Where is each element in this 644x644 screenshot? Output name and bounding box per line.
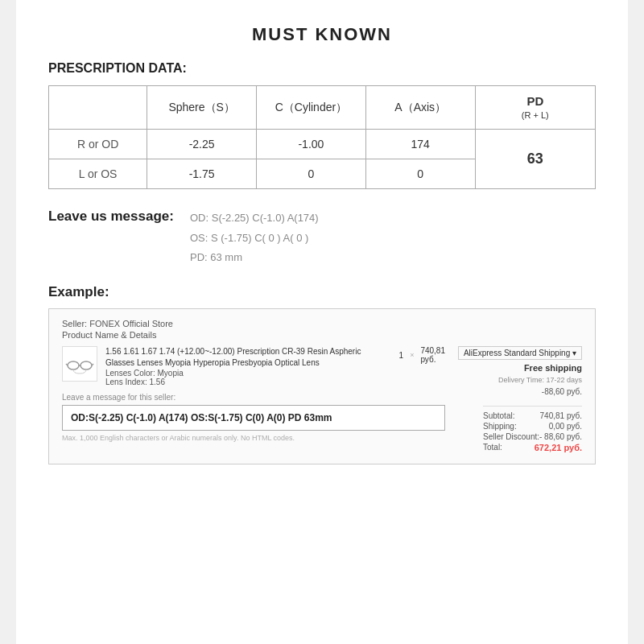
qty: 1 bbox=[399, 351, 404, 360]
message-label: Leave us message: bbox=[48, 208, 177, 225]
row-od-axis: 174 bbox=[365, 130, 475, 159]
pd-header: PD bbox=[526, 94, 543, 108]
seller-discount-right: -88,60 руб. bbox=[542, 387, 582, 396]
example-main-row: 1.56 1.61 1.67 1.74 (+12.00~-12.00) Pres… bbox=[62, 346, 582, 454]
product-desc: 1.56 1.61 1.67 1.74 (+12.00~-12.00) Pres… bbox=[105, 346, 391, 369]
seller-discount-label: Seller Discount: bbox=[483, 432, 539, 441]
shipping-label: Shipping: bbox=[483, 422, 517, 431]
table-header-row: Sphere（S） C（Cylinder） A（Axis） PD (R + L) bbox=[49, 86, 596, 130]
product-label: Product Name & Details bbox=[62, 330, 582, 340]
free-shipping: Free shipping bbox=[524, 363, 582, 373]
total-value: 672,21 руб. bbox=[535, 443, 582, 452]
row-od-cylinder: -1.00 bbox=[257, 130, 366, 159]
lenses-color-value: Myopia bbox=[157, 369, 183, 378]
row-os-sphere: -1.75 bbox=[147, 159, 257, 189]
seller-discount-value: - 88,60 руб. bbox=[539, 432, 582, 441]
col-label bbox=[49, 86, 147, 130]
shipping-row: Shipping: 0,00 руб. bbox=[483, 422, 582, 431]
row-os-label: L or OS bbox=[49, 159, 147, 189]
lenses-color: Lenses Color: Myopia bbox=[105, 369, 391, 378]
subtotal-row: Subtotal: 740,81 руб. bbox=[483, 411, 582, 420]
example-section: Example: Seller: FONEX Official Store Pr… bbox=[48, 284, 596, 464]
message-line-2: OS: S (-1.75) C( 0 ) A( 0 ) bbox=[190, 229, 319, 249]
subtotal-label: Subtotal: bbox=[483, 411, 514, 420]
example-box: Seller: FONEX Official Store Product Nam… bbox=[48, 308, 596, 464]
prescription-section: PRESCRIPTION DATA: Sphere（S） C（Cylinder）… bbox=[48, 61, 596, 189]
message-box-wrapper: Leave a message for this seller: OD:S(-2… bbox=[62, 393, 445, 442]
shipping-method[interactable]: AliExpress Standard Shipping ▾ bbox=[458, 346, 582, 360]
total-row: Total: 672,21 руб. bbox=[483, 443, 582, 452]
page-title: MUST KNOWN bbox=[48, 16, 596, 61]
prescription-table: Sphere（S） C（Cylinder） A（Axis） PD (R + L)… bbox=[48, 85, 596, 189]
shipping-value: 0,00 руб. bbox=[549, 422, 582, 431]
product-image bbox=[62, 346, 97, 382]
pd-value: 63 bbox=[475, 130, 595, 189]
glasses-icon bbox=[65, 349, 94, 378]
col-cylinder: C（Cylinder） bbox=[257, 86, 366, 130]
char-limit: Max. 1,000 English characters or Arabic … bbox=[62, 434, 445, 442]
lenses-color-label: Lenses Color: bbox=[105, 369, 155, 378]
lens-index-label: Lens Index: bbox=[105, 378, 147, 386]
totals-section: Subtotal: 740,81 руб. Shipping: 0,00 руб… bbox=[483, 406, 582, 454]
example-left-col: 1.56 1.61 1.67 1.74 (+12.00~-12.00) Pres… bbox=[62, 346, 445, 442]
message-section: Leave us message: OD: S(-2.25) C(-1.0) A… bbox=[48, 208, 596, 268]
total-label: Total: bbox=[483, 443, 502, 452]
pd-subheader: (R + L) bbox=[522, 110, 549, 120]
svg-point-0 bbox=[68, 361, 79, 369]
prescription-title: PRESCRIPTION DATA: bbox=[48, 61, 596, 76]
col-axis: A（Axis） bbox=[365, 86, 475, 130]
page-container: MUST KNOWN PRESCRIPTION DATA: Sphere（S） … bbox=[16, 0, 628, 644]
delivery-time: Delivery Time: 17-22 days bbox=[498, 376, 582, 384]
svg-point-1 bbox=[80, 361, 92, 369]
col-sphere: Sphere（S） bbox=[147, 86, 257, 130]
table-row: R or OD -2.25 -1.00 174 63 bbox=[49, 130, 596, 159]
lens-index-value: 1.56 bbox=[150, 378, 165, 386]
subtotal-value: 740,81 руб. bbox=[540, 411, 582, 420]
row-od-label: R or OD bbox=[49, 130, 147, 159]
message-content: OD: S(-2.25) C(-1.0) A(174) OS: S (-1.75… bbox=[190, 208, 319, 268]
store-name: Seller: FONEX Official Store bbox=[62, 319, 582, 328]
message-box-content[interactable]: OD:S(-2.25) C(-1.0) A(174) OS:S(-1.75) C… bbox=[62, 405, 445, 431]
price: 740,81 руб. bbox=[420, 346, 445, 364]
row-od-sphere: -2.25 bbox=[147, 130, 257, 159]
example-title: Example: bbox=[48, 284, 596, 300]
seller-discount-row: Seller Discount: - 88,60 руб. bbox=[483, 432, 582, 441]
lens-index: Lens Index: 1.56 bbox=[105, 378, 391, 386]
example-right-col: AliExpress Standard Shipping ▾ Free ship… bbox=[453, 346, 582, 454]
row-os-axis: 0 bbox=[365, 159, 475, 189]
message-line-3: PD: 63 mm bbox=[190, 248, 319, 268]
message-line-1: OD: S(-2.25) C(-1.0) A(174) bbox=[190, 208, 319, 229]
qty-price: 1 × 740,81 руб. bbox=[399, 346, 445, 364]
example-product-row: 1.56 1.61 1.67 1.74 (+12.00~-12.00) Pres… bbox=[62, 346, 445, 386]
col-pd: PD (R + L) bbox=[475, 86, 595, 130]
product-details: 1.56 1.61 1.67 1.74 (+12.00~-12.00) Pres… bbox=[105, 346, 391, 386]
qty-unit: × bbox=[410, 351, 414, 359]
message-box-label: Leave a message for this seller: bbox=[62, 393, 445, 402]
row-os-cylinder: 0 bbox=[257, 159, 366, 189]
